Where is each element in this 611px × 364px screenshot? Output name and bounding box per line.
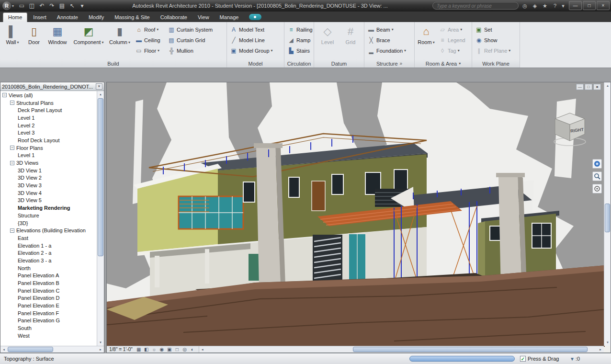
open-button[interactable]: ▭: [17, 1, 26, 11]
floor-button[interactable]: ▭Floor▾: [134, 46, 165, 56]
tree-item[interactable]: 3D View 5: [0, 197, 97, 205]
scrollbar-thumb[interactable]: [98, 98, 103, 256]
view-cube[interactable]: RIGHT: [548, 107, 591, 150]
tree-item[interactable]: East: [0, 234, 97, 242]
temporary-hide-icon[interactable]: ◎: [181, 346, 189, 353]
browser-horizontal-scrollbar[interactable]: ◄ ►: [0, 346, 104, 353]
scroll-left-icon[interactable]: ◄: [0, 346, 7, 353]
3d-model-view[interactable]: [107, 82, 605, 347]
tree-item[interactable]: Elevation 3 - a: [0, 257, 97, 264]
ref-plane-button[interactable]: ∥Ref Plane▾: [474, 46, 518, 56]
scroll-up-icon[interactable]: ▲: [604, 82, 611, 89]
scale-button[interactable]: 1/8" = 1'-0": [109, 347, 134, 352]
detail-level-icon[interactable]: ▦: [135, 346, 143, 353]
scroll-up-icon[interactable]: ▲: [97, 91, 104, 98]
tree-collapse-icon[interactable]: −: [10, 161, 14, 165]
scroll-down-icon[interactable]: ▼: [604, 339, 611, 346]
tree-item[interactable]: Elevation 1 - a: [0, 242, 97, 250]
graphics-style-icon[interactable]: ◧: [143, 346, 150, 353]
tree-item[interactable]: −Floor Plans: [0, 144, 97, 152]
crop-visibility-icon[interactable]: □: [173, 346, 181, 353]
tree-collapse-icon[interactable]: −: [10, 146, 14, 150]
minimize-button[interactable]: —: [569, 1, 582, 10]
grid-button[interactable]: # Grid: [339, 23, 362, 58]
save-button[interactable]: ◫: [27, 1, 36, 11]
redo-button[interactable]: ↷: [47, 1, 57, 11]
door-button[interactable]: ▯ Door: [24, 23, 44, 58]
zoom-icon[interactable]: [592, 171, 602, 181]
panel-label-model[interactable]: Model: [227, 59, 284, 68]
tree-item[interactable]: 3D View 4: [0, 189, 97, 197]
tree-item[interactable]: Deck Panel Layout: [0, 106, 97, 114]
tree-item[interactable]: West: [0, 332, 97, 340]
model-text-button[interactable]: AModel Text: [228, 24, 282, 34]
foundation-button[interactable]: ▂Foundation▾: [366, 46, 413, 56]
filter-button[interactable]: ▼ :0: [570, 356, 580, 362]
modify-button[interactable]: ↖: [68, 1, 77, 11]
tree-item[interactable]: Structure: [0, 212, 97, 219]
tree-item[interactable]: −Views (all): [0, 91, 97, 99]
scrollbar-thumb[interactable]: [8, 347, 53, 352]
ceiling-button[interactable]: ▬Ceiling: [134, 35, 165, 45]
scroll-down-icon[interactable]: ▼: [97, 339, 104, 346]
reveal-hidden-icon[interactable]: ◐: [189, 346, 196, 353]
tree-item[interactable]: 3D View 3: [0, 182, 97, 189]
tree-item[interactable]: Panel Elevation C: [0, 287, 97, 295]
panel-dropdown-icon[interactable]: ▾: [459, 61, 461, 66]
tree-item[interactable]: South: [0, 324, 97, 332]
tag-button[interactable]: ◊Tag▾: [437, 46, 469, 56]
tab-collaborate[interactable]: Collaborate: [156, 13, 192, 22]
show-button[interactable]: ◉Show: [474, 35, 518, 45]
panel-label-structure[interactable]: Structure»: [364, 59, 414, 68]
view-restore-icon[interactable]: □: [585, 84, 592, 90]
checkbox-check-icon[interactable]: ✓: [520, 356, 526, 362]
model-line-button[interactable]: ╱Model Line: [228, 35, 282, 45]
tab-modify[interactable]: Modify: [84, 13, 109, 22]
qat-dropdown-button[interactable]: ▾: [78, 1, 87, 11]
shadows-off-icon[interactable]: ☼: [150, 346, 158, 353]
window-button[interactable]: ▦ Window: [45, 23, 70, 58]
tree-item[interactable]: Panel Elevation D: [0, 295, 97, 302]
ramp-button[interactable]: ◢Ramp: [286, 35, 313, 45]
level-button[interactable]: ◇ Level: [317, 23, 339, 58]
tree-item[interactable]: Level 3: [0, 129, 97, 136]
tree-item[interactable]: {3D}: [0, 219, 97, 227]
search-binoculars-icon[interactable]: ◎: [521, 3, 529, 9]
tab-home[interactable]: Home: [3, 12, 27, 22]
tree-item[interactable]: Panel Elevation E: [0, 302, 97, 309]
mullion-button[interactable]: ╬Mullion: [166, 46, 215, 56]
favorites-star-icon[interactable]: ★: [541, 3, 549, 9]
tree-item[interactable]: Panel Elevation B: [0, 279, 97, 287]
status-scrollbar[interactable]: [409, 356, 515, 362]
tree-item[interactable]: Marketing Rendering: [0, 204, 97, 212]
panel-label-build[interactable]: Build: [0, 59, 226, 68]
print-button[interactable]: ▤: [57, 1, 67, 11]
area-button[interactable]: ▱Area▾: [437, 24, 469, 34]
railing-button[interactable]: ≡Railing: [286, 24, 313, 34]
column-button[interactable]: ▮ Column▾: [107, 23, 133, 58]
tree-collapse-icon[interactable]: −: [10, 101, 14, 105]
help-dropdown-icon[interactable]: ▾: [561, 3, 565, 9]
room-button[interactable]: ⌂ Room▾: [416, 23, 436, 58]
model-group-button[interactable]: ▣Model Group▾: [228, 46, 282, 56]
crop-region-icon[interactable]: ▣: [166, 346, 173, 353]
restore-button[interactable]: □: [583, 1, 596, 10]
orbit-icon[interactable]: [592, 184, 602, 193]
legend-button[interactable]: ≡Legend: [437, 35, 469, 45]
communication-center-icon[interactable]: ◈: [531, 3, 539, 9]
tree-item[interactable]: −Structural Plans: [0, 99, 97, 107]
tree-item[interactable]: 3D View 2: [0, 174, 97, 182]
tab-view[interactable]: View: [193, 13, 214, 22]
tab-massing-site[interactable]: Massing & Site: [110, 13, 154, 22]
tree-item[interactable]: Panel Elevation F: [0, 309, 97, 317]
viewport-vertical-scrollbar[interactable]: ▲ ▼: [604, 82, 611, 346]
scroll-right-icon[interactable]: ►: [597, 346, 604, 353]
panel-expand-icon[interactable]: »: [400, 61, 403, 66]
tab-manage[interactable]: Manage: [215, 13, 244, 22]
brace-button[interactable]: ╳Brace: [366, 35, 413, 45]
viewport-horizontal-scrollbar[interactable]: ◄ ►: [199, 346, 604, 353]
tree-item[interactable]: −3D Views: [0, 159, 97, 167]
panel-label-circulation[interactable]: Circulation: [284, 59, 314, 68]
tree-item[interactable]: Level 1: [0, 152, 97, 159]
tree-collapse-icon[interactable]: −: [10, 228, 14, 233]
